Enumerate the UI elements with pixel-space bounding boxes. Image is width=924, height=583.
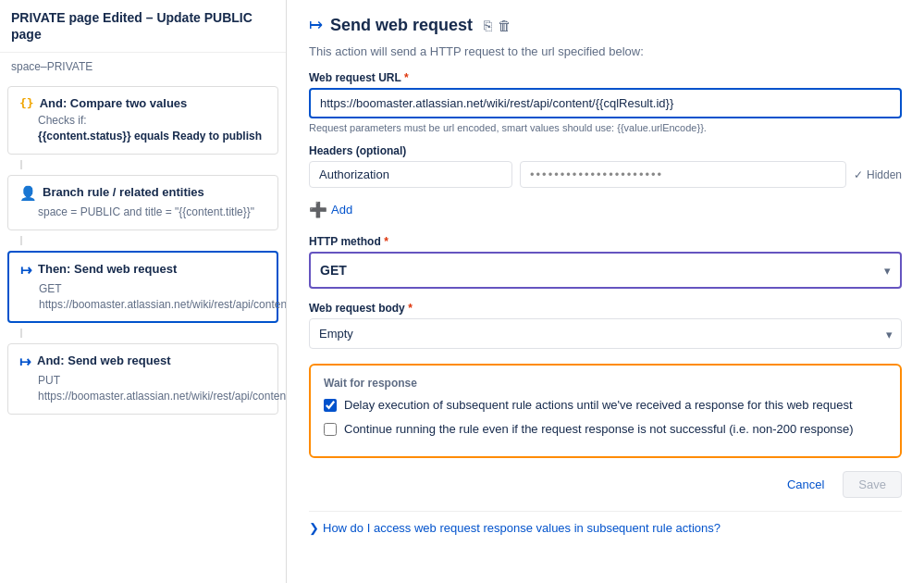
panel-header: ↦ Send web request ⎘ 🗑 (309, 15, 902, 35)
checkbox-row-1: Delay execution of subsequent rule actio… (324, 397, 887, 414)
wait-section: Wait for response Delay execution of sub… (309, 364, 902, 458)
method-select-wrapper: GET POST PUT DELETE PATCH ▾ (311, 255, 900, 285)
rule-label-send1: ↦ Then: Send web request (20, 262, 265, 279)
method-section: HTTP method * GET POST PUT DELETE PATCH … (309, 235, 902, 289)
body-section: Web request body * Empty Custom data ▾ (309, 302, 902, 349)
copy-icon[interactable]: ⎘ (484, 18, 492, 33)
rule-detail-branch: space = PUBLIC and title = "{{content.ti… (19, 205, 266, 220)
space-label: space–PRIVATE (0, 53, 286, 81)
panel-send-icon: ↦ (309, 15, 323, 35)
send2-icon: ↦ (19, 354, 31, 370)
rule-item-send1[interactable]: ↦ Then: Send web request GET https://boo… (7, 251, 278, 324)
divider-2 (20, 236, 22, 245)
action-buttons: Cancel Save (309, 471, 902, 498)
plus-icon: ➕ (309, 201, 327, 218)
headers-section: Headers (optional) ✓ Hidden (309, 144, 902, 188)
cancel-button[interactable]: Cancel (776, 471, 835, 498)
rule-detail-send1: GET https://boomaster.atlassian.net/wiki… (20, 281, 265, 313)
rule-item-send2[interactable]: ↦ And: Send web request PUT https://boom… (7, 343, 278, 415)
method-label: HTTP method * (309, 235, 902, 248)
divider-1 (20, 160, 22, 169)
divider-3 (20, 329, 22, 338)
wait-title: Wait for response (324, 377, 887, 390)
url-hint: Request parameters must be url encoded, … (309, 122, 902, 133)
continue-checkbox-label: Continue running the rule even if the re… (344, 421, 854, 438)
url-required: * (404, 71, 409, 84)
delay-checkbox[interactable] (324, 399, 337, 412)
left-panel: PRIVATE page Edited – Update PUBLIC page… (0, 0, 287, 583)
rule-detail-compare: Checks if: {{content.status}} equals Rea… (19, 113, 266, 144)
hidden-badge: ✓ Hidden (854, 168, 902, 181)
url-input[interactable] (309, 88, 902, 118)
faq-section: ❯ How do I access web request response v… (309, 511, 902, 535)
chevron-right-icon: ❯ (309, 521, 319, 535)
send1-icon: ↦ (20, 262, 32, 279)
delay-checkbox-label: Delay execution of subsequent rule actio… (344, 397, 853, 414)
left-body: space–PRIVATE {} And: Compare two values… (0, 53, 286, 431)
rule-label-compare: {} And: Compare two values (19, 96, 266, 110)
header-row: ✓ Hidden (309, 161, 902, 188)
faq-link[interactable]: ❯ How do I access web request response v… (309, 521, 902, 535)
body-required: * (408, 302, 413, 315)
header-key-input[interactable] (309, 161, 512, 188)
rule-item-compare[interactable]: {} And: Compare two values Checks if: {{… (7, 86, 278, 155)
rule-label-send2: ↦ And: Send web request (19, 354, 266, 370)
continue-checkbox[interactable] (324, 423, 337, 436)
header-value-input[interactable] (520, 161, 846, 188)
body-select-wrapper: Empty Custom data ▾ (309, 318, 902, 349)
save-button[interactable]: Save (843, 471, 902, 498)
compare-icon: {} (19, 96, 34, 110)
rule-item-branch[interactable]: 👤 Branch rule / related entities space =… (7, 175, 278, 230)
description: This action will send a HTTP request to … (309, 44, 902, 58)
delete-icon[interactable]: 🗑 (498, 18, 511, 33)
url-label: Web request URL * (309, 71, 902, 84)
method-select[interactable]: GET POST PUT DELETE PATCH (311, 255, 900, 285)
headers-label: Headers (optional) (309, 144, 902, 157)
rule-detail-send2: PUT https://boomaster.atlassian.net/wiki… (19, 373, 266, 404)
panel-actions: ⎘ 🗑 (484, 18, 511, 33)
page-title: PRIVATE page Edited – Update PUBLIC page (0, 0, 286, 53)
method-box: GET POST PUT DELETE PATCH ▾ (309, 252, 902, 289)
method-required: * (384, 235, 388, 248)
body-label: Web request body * (309, 302, 902, 315)
right-panel: ↦ Send web request ⎘ 🗑 This action will … (287, 0, 924, 583)
branch-icon: 👤 (19, 185, 37, 202)
add-header-button[interactable]: ➕ Add (309, 197, 352, 222)
checkbox-row-2: Continue running the rule even if the re… (324, 421, 887, 438)
rule-label-branch: 👤 Branch rule / related entities (19, 185, 266, 202)
panel-title: Send web request (330, 16, 473, 35)
body-select[interactable]: Empty Custom data (309, 318, 902, 349)
checkmark-icon: ✓ (854, 168, 863, 181)
